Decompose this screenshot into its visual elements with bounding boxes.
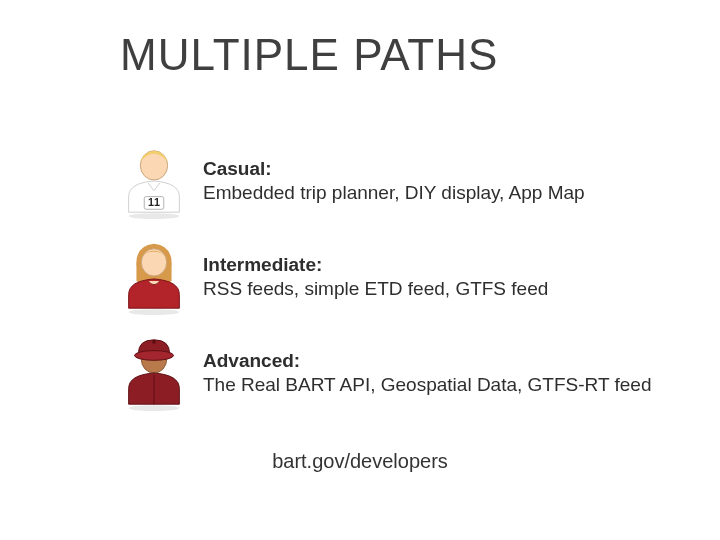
avatar-casual-icon: 11 (115, 142, 193, 220)
avatar-advanced-icon (115, 334, 193, 412)
svg-point-5 (129, 309, 180, 315)
slide-title: MULTIPLE PATHS (120, 30, 620, 80)
label-casual: Casual: (203, 158, 272, 179)
label-advanced: Advanced: (203, 350, 300, 371)
text-casual: Casual: Embedded trip planner, DIY displ… (203, 157, 585, 205)
label-intermediate: Intermediate: (203, 254, 322, 275)
svg-point-10 (129, 405, 180, 411)
svg-point-3 (129, 213, 180, 219)
slide: MULTIPLE PATHS 11 Casual: Embedded t (0, 0, 720, 540)
desc-casual: Embedded trip planner, DIY display, App … (203, 181, 585, 205)
desc-advanced: The Real BART API, Geospatial Data, GTFS… (203, 373, 651, 397)
desc-intermediate: RSS feeds, simple ETD feed, GTFS feed (203, 277, 548, 301)
svg-text:11: 11 (148, 196, 160, 208)
row-advanced: Advanced: The Real BART API, Geospatial … (115, 334, 675, 412)
svg-point-4 (141, 249, 166, 276)
svg-point-7 (135, 351, 174, 361)
row-intermediate: Intermediate: RSS feeds, simple ETD feed… (115, 238, 675, 316)
footer-link-text: bart.gov/developers (0, 450, 720, 473)
row-casual: 11 Casual: Embedded trip planner, DIY di… (115, 142, 675, 220)
avatar-intermediate-icon (115, 238, 193, 316)
text-intermediate: Intermediate: RSS feeds, simple ETD feed… (203, 253, 548, 301)
svg-point-8 (152, 340, 156, 344)
text-advanced: Advanced: The Real BART API, Geospatial … (203, 349, 651, 397)
